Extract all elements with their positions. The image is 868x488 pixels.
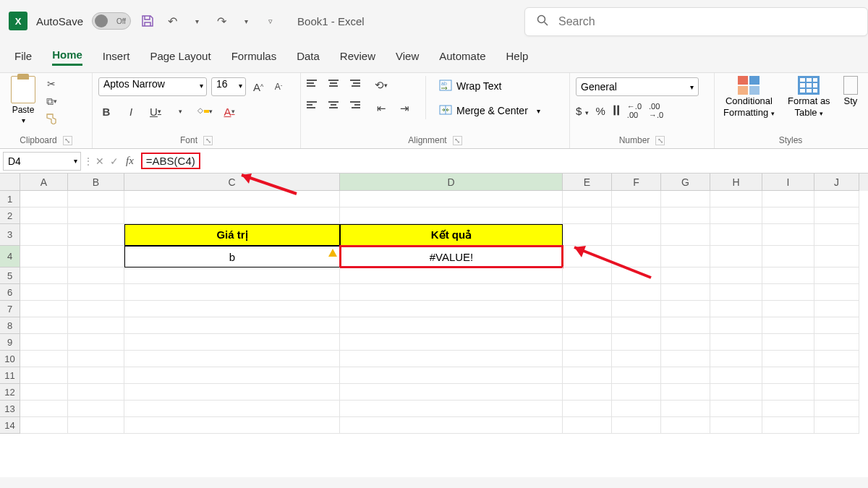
tab-help[interactable]: Help: [506, 50, 528, 65]
cell-A10[interactable]: [20, 351, 68, 367]
row-header-5[interactable]: 5: [0, 267, 20, 284]
shrink-font-icon[interactable]: Aˇ: [271, 79, 286, 95]
cell-D6[interactable]: [340, 284, 563, 301]
cell-H6[interactable]: [710, 284, 762, 301]
cell-D11[interactable]: [340, 367, 563, 384]
cell-I7[interactable]: [762, 301, 814, 317]
cell-A4[interactable]: [20, 246, 68, 267]
cell-H9[interactable]: [710, 334, 762, 351]
cell-G9[interactable]: [661, 334, 710, 351]
align-right-icon[interactable]: [344, 98, 360, 112]
row-header-3[interactable]: 3: [0, 224, 20, 246]
save-icon[interactable]: [140, 13, 156, 29]
cell-E13[interactable]: [563, 401, 612, 417]
error-warning-icon[interactable]: [328, 249, 337, 257]
cell-J1[interactable]: [814, 191, 859, 207]
tab-review[interactable]: Review: [340, 50, 375, 65]
column-header-H[interactable]: H: [710, 174, 762, 191]
cell-B14[interactable]: [68, 417, 124, 434]
column-header-C[interactable]: C: [124, 174, 340, 191]
cell-J6[interactable]: [814, 284, 859, 301]
cell-C7[interactable]: [124, 301, 340, 317]
cell-C6[interactable]: [124, 284, 340, 301]
paste-button[interactable]: Paste ▾: [6, 76, 41, 124]
tab-data[interactable]: Data: [297, 50, 320, 65]
cell-A9[interactable]: [20, 334, 68, 351]
cell-J7[interactable]: [814, 301, 859, 317]
cell-G5[interactable]: [661, 267, 710, 284]
cell-J11[interactable]: [814, 367, 859, 384]
bold-button[interactable]: B: [98, 103, 114, 119]
cell-F12[interactable]: [612, 384, 661, 401]
cell-J5[interactable]: [814, 267, 859, 284]
cell-D12[interactable]: [340, 384, 563, 401]
cell-D13[interactable]: [340, 401, 563, 417]
cell-E5[interactable]: [563, 267, 612, 284]
cell-G14[interactable]: [661, 417, 710, 434]
cell-I9[interactable]: [762, 334, 814, 351]
cell-D2[interactable]: [340, 207, 563, 224]
cell-B4[interactable]: [68, 246, 124, 267]
row-header-4[interactable]: 4: [0, 246, 20, 267]
wrap-text-button[interactable]: ab Wrap Text: [439, 76, 540, 96]
cell-G2[interactable]: [661, 207, 710, 224]
row-header-6[interactable]: 6: [0, 284, 20, 301]
cell-F1[interactable]: [612, 191, 661, 207]
fx-icon[interactable]: fx: [126, 155, 134, 167]
cell-F7[interactable]: [612, 301, 661, 317]
cell-E2[interactable]: [563, 207, 612, 224]
cell-J12[interactable]: [814, 384, 859, 401]
cell-F9[interactable]: [612, 334, 661, 351]
tab-formulas[interactable]: Formulas: [231, 50, 277, 65]
cell-J3[interactable]: [814, 224, 859, 246]
cell-J8[interactable]: [814, 317, 859, 334]
cell-B12[interactable]: [68, 384, 124, 401]
cell-D7[interactable]: [340, 301, 563, 317]
cell-A12[interactable]: [20, 384, 68, 401]
cell-G1[interactable]: [661, 191, 710, 207]
search-input[interactable]: [558, 15, 856, 28]
cell-G7[interactable]: [661, 301, 710, 317]
align-center-icon[interactable]: [326, 98, 341, 112]
cell-A8[interactable]: [20, 317, 68, 334]
underline-button[interactable]: U ▾: [148, 103, 163, 119]
cell-G6[interactable]: [661, 284, 710, 301]
cell-C12[interactable]: [124, 384, 340, 401]
cell-F11[interactable]: [612, 367, 661, 384]
cell-I3[interactable]: [762, 224, 814, 246]
merge-center-button[interactable]: Merge & Center ▾: [439, 100, 540, 121]
borders-icon[interactable]: ▾: [172, 103, 188, 119]
cell-H4[interactable]: [710, 246, 762, 267]
cell-I14[interactable]: [762, 417, 814, 434]
cell-I8[interactable]: [762, 317, 814, 334]
cell-B7[interactable]: [68, 301, 124, 317]
italic-button[interactable]: I: [123, 103, 139, 119]
cell-B3[interactable]: [68, 224, 124, 246]
cell-A3[interactable]: [20, 224, 68, 246]
cell-B6[interactable]: [68, 284, 124, 301]
cell-C11[interactable]: [124, 367, 340, 384]
cell-J13[interactable]: [814, 401, 859, 417]
cell-F14[interactable]: [612, 417, 661, 434]
cell-D14[interactable]: [340, 417, 563, 434]
font-color-icon[interactable]: A ▾: [221, 103, 237, 119]
column-header-I[interactable]: I: [762, 174, 814, 191]
cell-B11[interactable]: [68, 367, 124, 384]
cell-H11[interactable]: [710, 367, 762, 384]
cell-D9[interactable]: [340, 334, 563, 351]
select-all-corner[interactable]: [0, 174, 20, 191]
cell-B10[interactable]: [68, 351, 124, 367]
tab-insert[interactable]: Insert: [103, 50, 130, 65]
cell-F3[interactable]: [612, 224, 661, 246]
cell-D10[interactable]: [340, 351, 563, 367]
redo-icon[interactable]: ↷: [213, 13, 229, 29]
conditional-formatting-button[interactable]: Conditional Formatting ▾: [720, 76, 778, 119]
row-header-11[interactable]: 11: [0, 367, 20, 384]
cell-H2[interactable]: [710, 207, 762, 224]
cell-E6[interactable]: [563, 284, 612, 301]
decrease-indent-icon[interactable]: ⇤: [373, 100, 389, 116]
redo-dropdown-icon[interactable]: ▾: [238, 13, 254, 29]
tab-automate[interactable]: Automate: [439, 50, 485, 65]
cell-B1[interactable]: [68, 191, 124, 207]
cell-E9[interactable]: [563, 334, 612, 351]
